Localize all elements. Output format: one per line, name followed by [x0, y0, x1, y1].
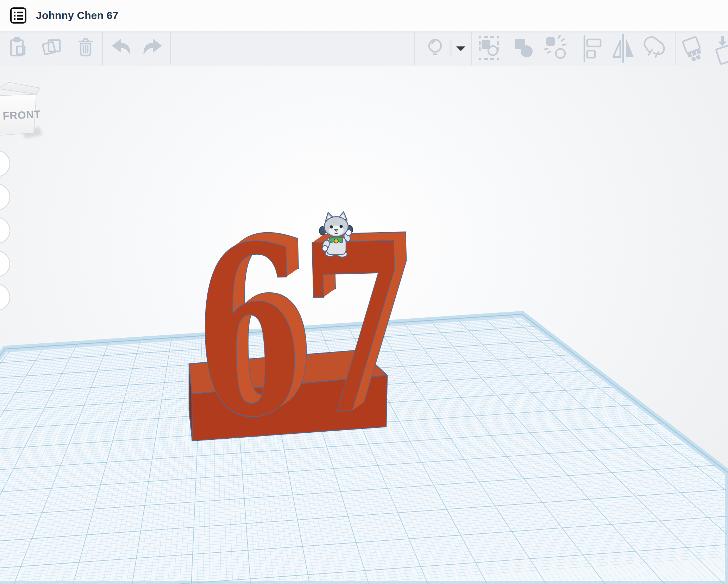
- view-controls: [0, 151, 10, 310]
- view-control-button-5[interactable]: [0, 284, 10, 310]
- break-apart-button[interactable]: [545, 36, 566, 58]
- cat-paw-left: [322, 246, 328, 251]
- cat-eye-left: [330, 226, 333, 229]
- cat-eye-right: [340, 225, 343, 228]
- view-control-button-1[interactable]: [0, 151, 10, 177]
- scene-svg: 676767676767676767676767676767: [0, 66, 728, 584]
- view-control-button-2[interactable]: [0, 184, 10, 210]
- group-button[interactable]: [479, 36, 500, 61]
- undo-button[interactable]: [112, 39, 130, 55]
- design-menu-button[interactable]: [10, 7, 27, 24]
- model-front-face[interactable]: 67: [192, 191, 412, 470]
- list-menu-icon: [14, 12, 23, 20]
- header-bar: Johnny Chen 67: [0, 0, 728, 31]
- paste-button[interactable]: [11, 38, 25, 56]
- view-cube-top-face[interactable]: [0, 82, 40, 94]
- snap-button[interactable]: [645, 37, 664, 57]
- view-cube[interactable]: TOP FRONT: [0, 82, 42, 139]
- ruler-button[interactable]: [716, 36, 728, 64]
- mirror-button[interactable]: [613, 34, 634, 62]
- align-button[interactable]: [584, 36, 601, 61]
- tinkercad-app: 676767676767676767676767676767: [0, 0, 728, 584]
- design-title: Johnny Chen 67: [36, 0, 119, 31]
- model-number-67[interactable]: 676767676767676767676767676767: [192, 183, 425, 470]
- separators: [102, 32, 675, 65]
- delete-button[interactable]: [79, 39, 92, 56]
- viewport-canvas[interactable]: 676767676767676767676767676767: [0, 66, 728, 584]
- workplane-button[interactable]: [683, 37, 703, 62]
- view-cube-front-label: FRONT: [2, 108, 41, 122]
- ungroup-button[interactable]: [515, 39, 533, 57]
- redo-button[interactable]: [144, 39, 162, 55]
- copy-button[interactable]: [43, 40, 60, 55]
- cat-bell: [334, 239, 338, 243]
- show-all-button[interactable]: [429, 40, 441, 54]
- toolbar: [0, 31, 728, 66]
- view-control-button-4[interactable]: [0, 251, 10, 277]
- show-all-dropdown-button[interactable]: [456, 46, 465, 51]
- view-control-button-3[interactable]: [0, 217, 10, 243]
